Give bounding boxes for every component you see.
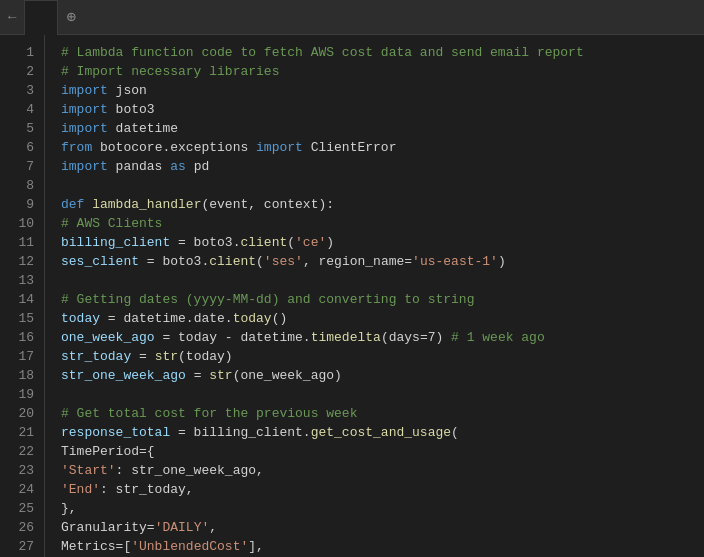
plain-token: (today) bbox=[178, 349, 233, 364]
comment-token: # Getting dates (yyyy-MM-dd) and convert… bbox=[61, 292, 474, 307]
code-line: }, bbox=[61, 499, 704, 518]
kw-token: from bbox=[61, 140, 92, 155]
line-number: 22 bbox=[0, 442, 44, 461]
plain-token: , bbox=[209, 520, 217, 535]
line-number: 25 bbox=[0, 499, 44, 518]
line-number: 17 bbox=[0, 347, 44, 366]
kw-token: import bbox=[256, 140, 303, 155]
line-number: 15 bbox=[0, 309, 44, 328]
str-token: 'UnblendedCost' bbox=[131, 539, 248, 554]
comment-token: # Get total cost for the previous week bbox=[61, 406, 357, 421]
var-token: today bbox=[61, 311, 100, 326]
plain-token: (event, context): bbox=[201, 197, 334, 212]
plain-token: Metrics=[ bbox=[61, 539, 131, 554]
var-token: ses_client bbox=[61, 254, 139, 269]
var-token: str_today bbox=[61, 349, 131, 364]
code-line: ses_client = boto3.client('ses', region_… bbox=[61, 252, 704, 271]
code-line: # Import necessary libraries bbox=[61, 62, 704, 81]
line-number: 9 bbox=[0, 195, 44, 214]
plain-token: boto3 bbox=[108, 102, 155, 117]
kw-token: as bbox=[170, 159, 186, 174]
tab-lambda-function[interactable] bbox=[24, 0, 58, 35]
plain-token: datetime bbox=[108, 121, 178, 136]
line-number: 19 bbox=[0, 385, 44, 404]
plain-token: = today - datetime. bbox=[155, 330, 311, 345]
line-numbers: 1234567891011121314151617181920212223242… bbox=[0, 35, 45, 557]
line-number: 5 bbox=[0, 119, 44, 138]
code-line bbox=[61, 271, 704, 290]
code-line: Granularity='DAILY', bbox=[61, 518, 704, 537]
line-number: 20 bbox=[0, 404, 44, 423]
editor-area: 1234567891011121314151617181920212223242… bbox=[0, 35, 704, 557]
code-line: import json bbox=[61, 81, 704, 100]
code-line: billing_client = boto3.client('ce') bbox=[61, 233, 704, 252]
plain-token: json bbox=[108, 83, 147, 98]
code-line: one_week_ago = today - datetime.timedelt… bbox=[61, 328, 704, 347]
str-token: 'DAILY' bbox=[155, 520, 210, 535]
code-line: import pandas as pd bbox=[61, 157, 704, 176]
code-line: def lambda_handler(event, context): bbox=[61, 195, 704, 214]
plain-token: TimePeriod={ bbox=[61, 444, 155, 459]
line-number: 23 bbox=[0, 461, 44, 480]
line-number: 6 bbox=[0, 138, 44, 157]
plain-token: = boto3. bbox=[170, 235, 240, 250]
code-line: TimePeriod={ bbox=[61, 442, 704, 461]
code-line: 'Start': str_one_week_ago, bbox=[61, 461, 704, 480]
code-line bbox=[61, 176, 704, 195]
line-number: 18 bbox=[0, 366, 44, 385]
fn-token: get_cost_and_usage bbox=[311, 425, 451, 440]
str-token: 'Start' bbox=[61, 463, 116, 478]
code-line: 'End': str_today, bbox=[61, 480, 704, 499]
plain-token: (days=7) bbox=[381, 330, 451, 345]
plain-token: ClientError bbox=[303, 140, 397, 155]
code-line: str_one_week_ago = str(one_week_ago) bbox=[61, 366, 704, 385]
line-number: 4 bbox=[0, 100, 44, 119]
str-token: 'ce' bbox=[295, 235, 326, 250]
line-number: 16 bbox=[0, 328, 44, 347]
fn-token: today bbox=[233, 311, 272, 326]
back-icon[interactable]: ← bbox=[8, 9, 16, 25]
var-token: billing_client bbox=[61, 235, 170, 250]
code-line: import datetime bbox=[61, 119, 704, 138]
fn-token: str bbox=[155, 349, 178, 364]
plain-token: = bbox=[186, 368, 209, 383]
kw-token: def bbox=[61, 197, 84, 212]
fn-token: client bbox=[209, 254, 256, 269]
plain-token: : str_today, bbox=[100, 482, 194, 497]
fn-token: timedelta bbox=[311, 330, 381, 345]
fn-token: client bbox=[240, 235, 287, 250]
plain-token: = bbox=[131, 349, 154, 364]
plain-token: ( bbox=[256, 254, 264, 269]
plain-token: = billing_client. bbox=[170, 425, 310, 440]
comment-token: # Import necessary libraries bbox=[61, 64, 279, 79]
line-number: 3 bbox=[0, 81, 44, 100]
code-line: # Lambda function code to fetch AWS cost… bbox=[61, 43, 704, 62]
plain-token: pandas bbox=[108, 159, 170, 174]
var-token: response_total bbox=[61, 425, 170, 440]
plain-token: ], bbox=[248, 539, 264, 554]
plain-token: }, bbox=[61, 501, 77, 516]
plain-token: ) bbox=[326, 235, 334, 250]
plain-token: ( bbox=[287, 235, 295, 250]
code-line: # Getting dates (yyyy-MM-dd) and convert… bbox=[61, 290, 704, 309]
code-line: import boto3 bbox=[61, 100, 704, 119]
kw-token: import bbox=[61, 83, 108, 98]
plain-token: ) bbox=[498, 254, 506, 269]
code-line: response_total = billing_client.get_cost… bbox=[61, 423, 704, 442]
code-area[interactable]: # Lambda function code to fetch AWS cost… bbox=[45, 35, 704, 557]
line-number: 21 bbox=[0, 423, 44, 442]
line-number: 14 bbox=[0, 290, 44, 309]
line-number: 8 bbox=[0, 176, 44, 195]
var-token: one_week_ago bbox=[61, 330, 155, 345]
code-line bbox=[61, 385, 704, 404]
tab-add-icon[interactable]: ⊕ bbox=[60, 7, 82, 27]
fn-token: str bbox=[209, 368, 232, 383]
line-number: 10 bbox=[0, 214, 44, 233]
line-number: 24 bbox=[0, 480, 44, 499]
comment-token: # Lambda function code to fetch AWS cost… bbox=[61, 45, 584, 60]
plain-token: botocore.exceptions bbox=[92, 140, 256, 155]
code-line: from botocore.exceptions import ClientEr… bbox=[61, 138, 704, 157]
plain-token: , region_name= bbox=[303, 254, 412, 269]
plain-token: () bbox=[272, 311, 288, 326]
str-token: 'End' bbox=[61, 482, 100, 497]
